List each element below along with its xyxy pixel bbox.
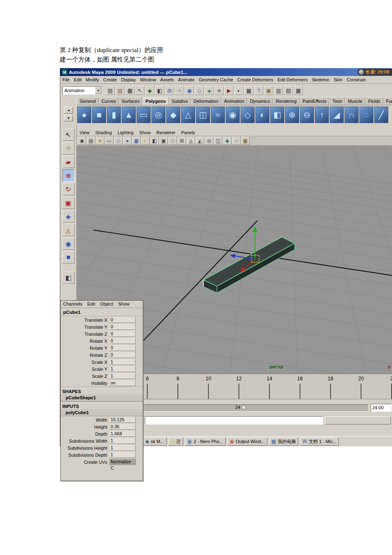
shelf-tab[interactable]: Curves (99, 97, 119, 105)
poly-platonic-icon[interactable]: ◇ (241, 107, 255, 123)
shelf-tab[interactable]: Animation (221, 97, 247, 105)
taskbar-item-word-doc[interactable]: W 文档 1 - Mic... (300, 437, 339, 446)
menu-set-selector[interactable]: Animation ▼ (62, 86, 102, 95)
combine-icon[interactable]: ⊕ (285, 107, 299, 123)
menu-item[interactable]: Constrain (345, 76, 368, 83)
universal-manipulator-tool[interactable]: ◈ (62, 210, 75, 223)
mirror-geometry-icon[interactable]: ◧ (270, 107, 284, 123)
bridge-icon[interactable]: ∩ (345, 107, 359, 123)
channel-box-menu-item[interactable]: Show (116, 301, 132, 308)
taskbar-item-folder[interactable]: ▱ 迁 (168, 437, 183, 446)
channel-label[interactable]: Scale Y (61, 367, 109, 372)
x-ray-icon[interactable]: ◫ (214, 137, 222, 145)
snap-to-curves-icon[interactable]: ≈ (175, 86, 184, 95)
menu-item[interactable]: Animate (176, 76, 196, 83)
panel-menu-item[interactable]: Lighting (115, 129, 137, 136)
channel-value-field[interactable]: 1.668 (109, 431, 136, 437)
input-node-name[interactable]: polyCube1 (61, 409, 143, 416)
channel-value-field[interactable]: 1 (109, 366, 136, 372)
shelf-tab[interactable]: Muscle (345, 97, 365, 105)
quick-help-icon[interactable]: ? (254, 86, 263, 95)
show-manipulator-tool[interactable]: ◉ (62, 237, 75, 250)
taskbar-item-output-window[interactable]: ◉ Output Wind... (227, 437, 267, 446)
menu-item[interactable]: Skin (331, 76, 344, 83)
range-end-handle[interactable]: 24 (235, 405, 246, 410)
shelf-menu-icon[interactable]: ▾ (64, 115, 73, 121)
menu-item[interactable]: Display (119, 76, 138, 83)
shadows-icon[interactable]: ◧ (150, 137, 159, 145)
shelf-tab[interactable]: Subdivs (169, 97, 191, 105)
channel-box-menu-item[interactable]: Channels (61, 301, 85, 308)
make-live-icon[interactable]: ◈ (205, 86, 214, 95)
snap-to-points-icon[interactable]: ◉ (185, 86, 194, 95)
select-by-component-icon[interactable]: ◧ (155, 86, 164, 95)
channel-value-field[interactable]: 0.35 (109, 424, 136, 430)
channel-value-field[interactable]: 0 (109, 352, 136, 358)
channel-label[interactable]: Width (61, 417, 109, 422)
chevron-down-icon[interactable]: ▼ (95, 87, 102, 94)
channel-label[interactable]: Create UVs (61, 460, 109, 465)
channel-label[interactable]: Rotate Y (61, 346, 109, 351)
safe-title-icon[interactable]: ◭ (196, 137, 204, 145)
render-current-frame-icon[interactable]: ▶ (224, 86, 234, 95)
channel-label[interactable]: Translate Y (61, 325, 109, 330)
render-settings-icon[interactable]: ▩ (244, 86, 253, 95)
channel-value-field[interactable]: 0 (109, 331, 136, 337)
channel-value-field[interactable]: 1 (109, 452, 136, 458)
channel-value-field[interactable]: 0 (109, 345, 136, 351)
taskbar-item-nero[interactable]: ▣ 2 - Nero Pho... (185, 437, 226, 446)
menu-item[interactable]: Skeleton (310, 76, 332, 83)
rotate-tool[interactable]: ↻ (62, 183, 75, 195)
image-plane-icon[interactable]: ▭ (105, 137, 113, 145)
open-scene-icon[interactable]: ▨ (116, 86, 125, 95)
menu-item[interactable]: Edit Deformers (275, 76, 309, 83)
last-tool[interactable]: ■ (62, 251, 75, 263)
channel-value-field[interactable]: 0 (109, 317, 136, 323)
select-tool[interactable]: ↖ (62, 128, 75, 141)
bevel-icon[interactable]: ◢ (330, 107, 344, 123)
safe-action-icon[interactable]: ◬ (187, 137, 195, 145)
isolate-select-icon[interactable]: ◎ (205, 137, 213, 145)
resolution-gate-icon[interactable]: ▣ (159, 137, 168, 145)
taskbar-item-autodesk[interactable]: ◆ sk M... (143, 437, 167, 446)
poly-pyramid-icon[interactable]: △ (181, 107, 195, 123)
bookmarks-icon[interactable]: ★ (96, 137, 104, 145)
taskbar-item-my-computer[interactable]: ▦ 我的电脑 (269, 437, 298, 446)
channel-label[interactable]: Depth (61, 432, 109, 436)
channel-box-menu-item[interactable]: Object (97, 301, 116, 308)
texture-view-icon[interactable]: ▦ (241, 137, 250, 145)
show-tool-settings-icon[interactable]: ▤ (284, 86, 293, 95)
snap-to-grids-icon[interactable]: ⊞ (165, 86, 174, 95)
new-scene-icon[interactable]: ▤ (106, 86, 115, 95)
channel-label[interactable]: Rotate Z (61, 353, 109, 358)
channel-value-field[interactable]: Normalize C (109, 459, 136, 465)
textured-icon[interactable]: ▩ (132, 137, 141, 145)
channel-value-field[interactable]: 1 (109, 373, 136, 379)
poly-prism-icon[interactable]: ◆ (166, 107, 180, 123)
poly-cylinder-icon[interactable]: ▮ (107, 107, 121, 123)
shape-node-name[interactable]: pCubeShape1 (61, 394, 143, 401)
field-chart-icon[interactable]: ⊞ (177, 137, 186, 145)
shelf-tab[interactable]: General (77, 97, 99, 105)
poly-helix-icon[interactable]: ≈ (211, 107, 225, 123)
poly-sphere-icon[interactable]: ● (77, 107, 91, 123)
shelf-tab[interactable]: Rendering (273, 97, 300, 105)
channel-value-field[interactable]: 1 (109, 438, 136, 444)
channel-box-menu-item[interactable]: Edit (85, 301, 97, 308)
poly-plane-icon[interactable]: ▭ (137, 107, 151, 123)
poly-torus-icon[interactable]: ◎ (151, 107, 165, 123)
move-tool[interactable]: ⊕ (62, 169, 75, 182)
extrude-icon[interactable]: ↑ (315, 107, 329, 123)
channel-value-field[interactable]: 10.125 (109, 417, 136, 423)
playback-end-field[interactable]: 24.00 (371, 404, 392, 412)
lasso-tool[interactable]: ○ (62, 142, 75, 154)
wireframe-icon[interactable]: ◇ (114, 137, 123, 145)
menu-item[interactable]: Create Deformers (235, 76, 275, 83)
channel-value-field[interactable]: 0 (109, 338, 136, 344)
channel-label[interactable]: Subdivisions Height (61, 446, 109, 451)
menu-item[interactable]: Modify (84, 76, 101, 83)
show-attribute-editor-icon[interactable]: ▥ (274, 86, 283, 95)
panel-menu-item[interactable]: Renderer (153, 129, 178, 136)
shelf-tab[interactable]: Toon (329, 97, 345, 105)
camera-attributes-icon[interactable]: ▤ (87, 137, 95, 145)
